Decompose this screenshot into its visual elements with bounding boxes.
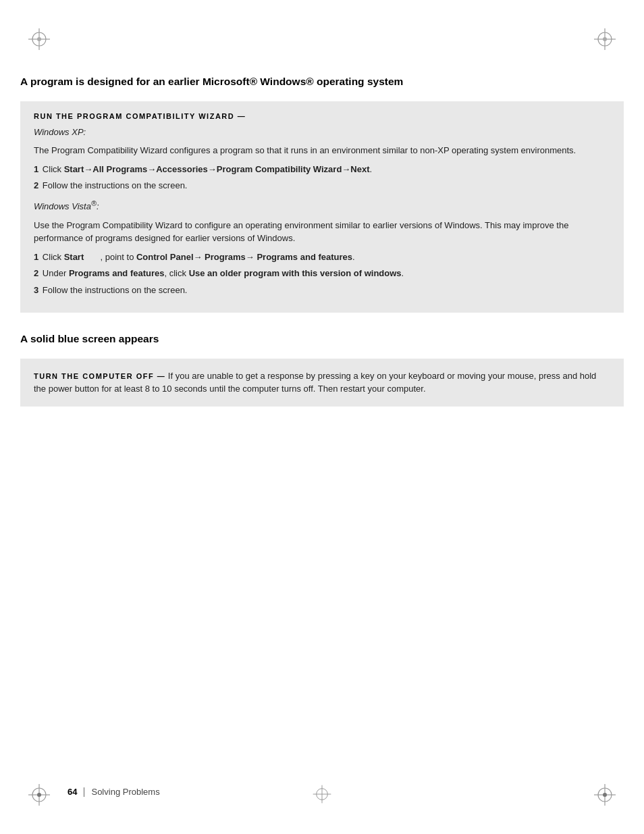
footer-section-label: Solving Problems bbox=[91, 787, 159, 797]
section1-title: A program is designed for an earlier Mic… bbox=[20, 74, 624, 89]
svg-point-15 bbox=[603, 793, 607, 797]
turn-off-description: Turn the computer off — If you are unabl… bbox=[34, 369, 610, 396]
vista-description: Use the Program Compatibility Wizard to … bbox=[34, 219, 610, 245]
vista-steps: 1 Click Start , point to Control bbox=[34, 251, 610, 297]
svg-point-3 bbox=[37, 37, 41, 41]
registration-mark-top-left bbox=[27, 27, 51, 51]
windows-xp-label: Windows XP: bbox=[34, 126, 610, 139]
xp-description: The Program Compatibility Wizard configu… bbox=[34, 144, 610, 157]
vista-step1: 1 Click Start , point to Control bbox=[34, 251, 610, 264]
vista-step2: 2 Under Programs and features, click Use… bbox=[34, 267, 610, 280]
registration-mark-bottom-right bbox=[593, 783, 617, 807]
svg-point-11 bbox=[37, 793, 41, 797]
box1-heading: Run the Program Compatibility Wizard — bbox=[34, 112, 610, 120]
page-number: 64 bbox=[68, 787, 77, 797]
windows-vista-label: Windows Vista®: bbox=[34, 198, 610, 213]
box2-heading: Turn the computer off — bbox=[34, 372, 165, 380]
svg-point-7 bbox=[603, 37, 607, 41]
registration-mark-top-right bbox=[593, 27, 617, 51]
footer-divider bbox=[84, 787, 84, 797]
vista-step3: 3 Follow the instructions on the screen. bbox=[34, 284, 610, 297]
xp-step2: 2 Follow the instructions on the screen. bbox=[34, 179, 610, 192]
windows-vista-logo-icon bbox=[87, 252, 97, 262]
xp-steps: 1 Click Start→All Programs→Accessories→P… bbox=[34, 163, 610, 192]
xp-step1: 1 Click Start→All Programs→Accessories→P… bbox=[34, 163, 610, 176]
turn-computer-off-box: Turn the computer off — If you are unabl… bbox=[20, 359, 624, 407]
program-compatibility-box: Run the Program Compatibility Wizard — W… bbox=[20, 101, 624, 313]
section2-title: A solid blue screen appears bbox=[20, 332, 624, 346]
registration-mark-bottom-left bbox=[27, 783, 51, 807]
registration-mark-bottom-center bbox=[312, 784, 332, 807]
